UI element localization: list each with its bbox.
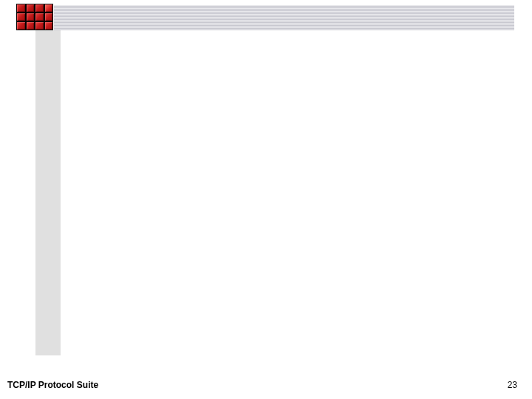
- page-number: 23: [508, 380, 517, 390]
- slide-content: [61, 30, 514, 358]
- footer-title: TCP/IP Protocol Suite: [7, 380, 98, 390]
- left-sidebar: [35, 30, 61, 355]
- grid-icon: [16, 4, 53, 30]
- header-band: [54, 5, 514, 30]
